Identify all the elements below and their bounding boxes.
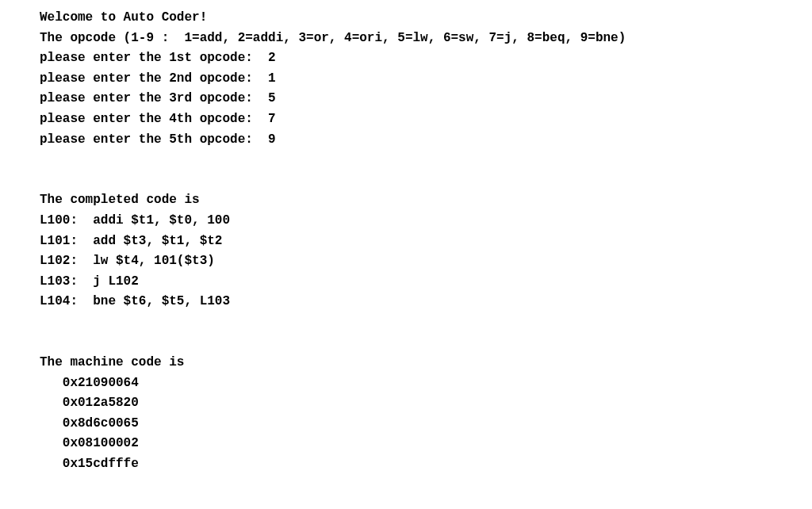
opcode-legend: The opcode (1-9 : 1=add, 2=addi, 3=or, 4… (40, 29, 812, 49)
completed-code-line: L102: lw $t4, 101($t3) (40, 251, 812, 272)
machine-code-line: 0x15cdfffe (40, 454, 812, 475)
prompt-line-1: please enter the 1st opcode: 2 (40, 48, 812, 69)
prompt-value-5: 9 (268, 132, 276, 147)
completed-code-line: L103: j L102 (40, 272, 812, 293)
machine-code-line: 0x012a5820 (40, 393, 812, 414)
prompt-value-4: 7 (268, 112, 276, 126)
prompt-line-5: please enter the 5th opcode: 9 (40, 130, 812, 151)
completed-code-line: L100: addi $t1, $t0, 100 (40, 211, 812, 232)
prompt-label-3: please enter the 3rd opcode: (40, 91, 268, 105)
prompt-label-4: please enter the 4th opcode: (40, 112, 268, 126)
machine-header: The machine code is (40, 353, 812, 373)
prompt-label-5: please enter the 5th opcode: (40, 132, 268, 147)
completed-header: The completed code is (40, 190, 812, 211)
prompt-value-1: 2 (268, 51, 276, 65)
blank-line (40, 333, 812, 354)
blank-line (40, 150, 812, 170)
prompt-value-2: 1 (268, 71, 276, 86)
machine-code-line: 0x8d6c0065 (40, 414, 812, 434)
completed-code-line: L104: bne $t6, $t5, L103 (40, 292, 812, 312)
prompt-line-4: please enter the 4th opcode: 7 (40, 109, 812, 130)
blank-line (40, 312, 812, 333)
prompt-line-2: please enter the 2nd opcode: 1 (40, 69, 812, 90)
prompt-value-3: 5 (268, 91, 276, 105)
machine-code-line: 0x08100002 (40, 434, 812, 454)
welcome-line: Welcome to Auto Coder! (40, 8, 812, 29)
prompt-line-3: please enter the 3rd opcode: 5 (40, 89, 812, 109)
machine-code-line: 0x21090064 (40, 373, 812, 394)
completed-code-line: L101: add $t3, $t1, $t2 (40, 232, 812, 252)
blank-line (40, 170, 812, 191)
prompt-label-1: please enter the 1st opcode: (40, 51, 268, 65)
prompt-label-2: please enter the 2nd opcode: (40, 71, 268, 86)
